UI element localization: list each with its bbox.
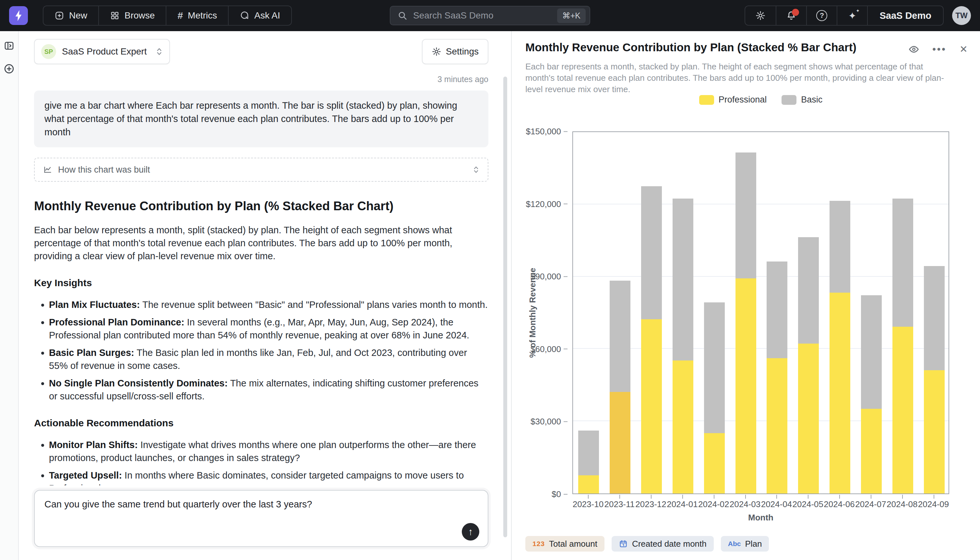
search-placeholder: Search SaaS Demo	[413, 10, 557, 21]
x-tick-label: 2023-12	[635, 499, 666, 509]
global-search-input[interactable]: Search SaaS Demo ⌘+K	[390, 6, 590, 25]
new-label: New	[69, 10, 87, 21]
agent-selector[interactable]: SP SaaS Product Expert	[34, 39, 170, 64]
help-button[interactable]: ?	[806, 6, 837, 25]
legend-label: Professional	[719, 95, 767, 105]
dimension-tag-created-date[interactable]: Created date month	[611, 536, 714, 552]
x-axis-title: Month	[748, 513, 773, 523]
bar-segment-basic-2024-02[interactable]	[704, 302, 725, 433]
insights-list: Plan Mix Fluctuates: The revenue split b…	[34, 298, 488, 403]
ask-ai-button[interactable]: Ask AI	[228, 6, 291, 25]
bar-segment-professional-2024-04[interactable]	[767, 358, 787, 493]
bar-segment-professional-2024-02[interactable]	[704, 433, 725, 493]
bar-segment-basic-2024-01[interactable]	[673, 198, 693, 360]
chart-legend: ProfessionalBasic	[572, 95, 949, 105]
close-panel-button[interactable]: ✕	[960, 43, 968, 55]
ai-sparkles-button[interactable]: ✦✦	[837, 6, 867, 25]
lightning-bolt-icon	[13, 9, 23, 22]
new-chat-button[interactable]	[3, 63, 15, 75]
preview-eye-button[interactable]	[909, 44, 919, 55]
legend-item-professional[interactable]: Professional	[699, 95, 767, 105]
bar-segment-basic-2024-08[interactable]	[892, 198, 913, 327]
chevron-updown-icon	[473, 165, 479, 174]
y-tick-label: $60,000	[530, 344, 568, 354]
bar-segment-professional-2024-08[interactable]	[892, 327, 913, 493]
numeric-field-icon: 123	[533, 540, 545, 548]
bar-segment-professional-2024-09[interactable]	[924, 370, 945, 493]
list-item: No Single Plan Consistently Dominates: T…	[49, 377, 488, 403]
y-tick-label: $120,000	[526, 199, 568, 209]
bar-segment-professional-2023-11[interactable]	[610, 392, 630, 493]
bar-segment-professional-2023-12[interactable]	[641, 319, 662, 493]
agent-name: SaaS Product Expert	[62, 47, 146, 57]
top-nav: New Browse # Metrics Ask AI Search SaaS …	[0, 0, 980, 31]
dimension-tag-plan[interactable]: Abc Plan	[721, 536, 769, 552]
agent-settings-button[interactable]: Settings	[422, 39, 488, 64]
chat-messages: 3 minutes ago give me a bar chart where …	[34, 70, 488, 485]
bar-segment-basic-2023-12[interactable]	[641, 186, 662, 319]
insights-heading: Key Insights	[34, 277, 488, 288]
left-rail	[0, 31, 19, 560]
send-button[interactable]: ↑	[462, 523, 479, 540]
notifications-button[interactable]	[776, 6, 806, 25]
notification-badge	[792, 9, 799, 16]
x-tick-mark	[933, 495, 934, 499]
bar-segment-basic-2024-05[interactable]	[798, 237, 819, 343]
bar-segment-professional-2023-10[interactable]	[578, 475, 599, 493]
bar-segment-professional-2024-03[interactable]	[736, 278, 756, 493]
app-logo[interactable]	[9, 6, 28, 25]
gear-icon	[432, 47, 441, 57]
settings-gear-button[interactable]	[745, 6, 776, 25]
list-item: Targeted Upsell: In months where Basic d…	[49, 469, 488, 485]
x-tick-label: 2024-02	[698, 499, 729, 509]
tag-label: Created date month	[632, 539, 707, 549]
expand-sidebar-button[interactable]	[3, 40, 15, 51]
metrics-label: Metrics	[188, 10, 217, 21]
bar-segment-basic-2024-04[interactable]	[767, 262, 787, 358]
chat-header: SP SaaS Product Expert Settings	[34, 39, 488, 64]
chat-scrollbar[interactable]	[503, 77, 507, 537]
bar-segment-professional-2024-07[interactable]	[861, 409, 882, 493]
browse-button[interactable]: Browse	[98, 6, 166, 25]
user-avatar[interactable]: TW	[952, 6, 971, 25]
bar-segment-basic-2024-09[interactable]	[924, 266, 945, 370]
metric-tag-total-amount[interactable]: 123 Total amount	[525, 536, 605, 552]
bar-segment-professional-2024-05[interactable]	[798, 343, 819, 493]
bar-segment-basic-2024-07[interactable]	[861, 295, 882, 409]
nav-menu: New Browse # Metrics Ask AI	[43, 5, 292, 26]
x-tick-label: 2024-09	[918, 499, 949, 509]
legend-swatch	[782, 95, 796, 105]
sparkles-icon: ✦✦	[848, 10, 857, 22]
metrics-button[interactable]: # Metrics	[166, 6, 228, 25]
response-title: Monthly Revenue Contribution by Plan (% …	[34, 199, 488, 213]
legend-item-basic[interactable]: Basic	[782, 95, 822, 105]
bar-segment-basic-2024-06[interactable]	[829, 201, 850, 293]
bar-segment-professional-2024-01[interactable]	[673, 360, 693, 493]
recommendations-list: Monitor Plan Shifts: Investigate what dr…	[34, 438, 488, 485]
search-icon	[398, 11, 407, 20]
text-field-icon: Abc	[728, 540, 741, 548]
x-tick-mark	[902, 495, 903, 499]
x-tick-mark	[651, 495, 651, 499]
how-built-label: How this chart was built	[58, 165, 150, 175]
message-input[interactable]: Can you give the same trend but quarterl…	[34, 490, 488, 547]
bar-segment-basic-2024-03[interactable]	[736, 152, 756, 278]
recommendations-heading: Actionable Recommendations	[34, 418, 488, 428]
how-chart-built-toggle[interactable]: How this chart was built	[34, 158, 488, 182]
bar-segment-professional-2024-06[interactable]	[829, 293, 850, 493]
new-button[interactable]: New	[43, 6, 98, 25]
bar-segment-basic-2023-10[interactable]	[578, 430, 599, 475]
bar-segment-basic-2023-11[interactable]	[610, 281, 630, 392]
list-item: Plan Mix Fluctuates: The revenue split b…	[49, 298, 488, 311]
workspace-menu[interactable]: SaaS Demo	[867, 6, 943, 25]
list-item: Basic Plan Surges: The Basic plan led in…	[49, 346, 488, 372]
y-tick-label: $90,000	[530, 272, 568, 282]
chevron-updown-icon	[156, 47, 163, 57]
x-tick-mark	[808, 495, 809, 499]
workspace-label: SaaS Demo	[879, 10, 931, 21]
browse-label: Browse	[125, 10, 154, 21]
y-axis-ticks: $0$30,000$60,000$90,000$120,000$150,000	[512, 132, 568, 494]
more-options-button[interactable]: •••	[932, 44, 947, 55]
calendar-icon	[619, 539, 628, 548]
x-tick-label: 2024-04	[761, 499, 792, 509]
